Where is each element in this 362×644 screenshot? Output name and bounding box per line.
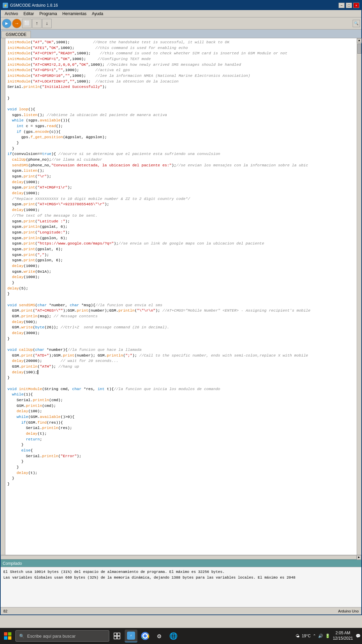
volume-icon: 🔊 [318, 634, 323, 638]
notification-icon[interactable]: 💬 [356, 634, 361, 638]
title-controls[interactable]: − □ × [339, 3, 359, 8]
taskbar-app-edge[interactable]: 🌐 [167, 630, 180, 642]
menu-editar[interactable]: Editar [21, 11, 37, 17]
compile-label: Compilado [3, 561, 22, 566]
menu-ayuda[interactable]: Ayuda [89, 11, 106, 17]
editor-container: initModule("AT","OK",1000); //Once the h… [1, 38, 361, 555]
scrollbar-left [1, 38, 5, 555]
open-button[interactable]: ↑ [32, 19, 42, 28]
scroll-up-arrow[interactable]: ▲ [357, 38, 362, 43]
application-window: ⚡ GSMCODE Arduino 1.8.16 − □ × Archivo E… [0, 0, 362, 615]
svg-rect-4 [114, 633, 117, 636]
svg-rect-7 [117, 636, 120, 639]
svg-rect-1 [8, 632, 11, 636]
cursor-line: 82 [3, 609, 7, 613]
svg-point-10 [143, 634, 147, 638]
toolbar: ▶ → ⬜ ↑ ↓ 🔍 [1, 17, 361, 30]
code-editor[interactable]: initModule("AT","OK",1000); //Once the h… [5, 38, 357, 555]
arduino-icon: ⚡ [127, 632, 135, 640]
menu-programa[interactable]: Programa [37, 11, 60, 17]
task-view-icon [114, 633, 120, 639]
menu-herramientas[interactable]: Herramientas [60, 11, 89, 17]
taskbar-right: 🌤 19°C ⌃ 🔊 🔋 2:05 AM 12/15/2021 💬 [296, 631, 361, 641]
settings-icon: ⚙ [157, 632, 161, 640]
horizontal-scroll-track[interactable] [1, 555, 357, 559]
menu-bar: Archivo Editar Programa Herramientas Ayu… [1, 10, 361, 17]
maximize-button[interactable]: □ [346, 3, 352, 8]
compile-status-bar: Compilado [1, 559, 361, 567]
scrollbar-right[interactable]: ▲ [357, 38, 361, 555]
console-output: El Sketch usa 10014 bytes (31%) del espa… [1, 567, 361, 607]
title-bar: ⚡ GSMCODE Arduino 1.8.16 − □ × [1, 1, 361, 10]
clock-time: 2:05 AM [333, 631, 353, 636]
board-name: Arduino Uno [338, 609, 359, 613]
title-bar-left: ⚡ GSMCODE Arduino 1.8.16 [3, 3, 58, 8]
tab-gsmcode[interactable]: GSMCODE [1, 31, 31, 38]
console-line-2: Las variables Globales usan 660 bytes (3… [3, 575, 359, 581]
upload-button[interactable]: → [12, 19, 21, 28]
save-button[interactable]: ↓ [42, 19, 52, 28]
search-box[interactable]: 🔍 Escribe aquí para buscar [15, 630, 109, 642]
status-bar: 82 Arduino Uno [1, 607, 361, 614]
scroll-thumb[interactable] [357, 44, 361, 54]
start-button[interactable] [1, 630, 14, 642]
taskbar: 🔍 Escribe aquí para buscar ⚡ ⚙ [0, 628, 362, 644]
console-line-1: El Sketch usa 10014 bytes (31%) del espa… [3, 569, 359, 575]
network-icon: ⌃ [313, 634, 316, 638]
taskbar-app-settings[interactable]: ⚙ [153, 630, 166, 642]
horizontal-scrollbar[interactable]: ▶ [1, 555, 361, 559]
verify-button[interactable]: ▶ [2, 19, 11, 28]
edge-icon: 🌐 [169, 632, 178, 640]
system-icons: 🌤 19°C ⌃ 🔊 🔋 [296, 634, 330, 638]
weather-icon: 🌤 [296, 634, 300, 638]
toolbar-right: 🔍 [353, 20, 360, 27]
svg-rect-5 [117, 633, 120, 636]
scroll-right-arrow[interactable]: ▶ [357, 555, 361, 560]
search-icon: 🔍 [19, 634, 24, 639]
svg-rect-2 [4, 636, 7, 640]
weather-temp: 19°C [302, 634, 311, 638]
window-title: GSMCODE Arduino 1.8.16 [10, 3, 58, 8]
minimize-button[interactable]: − [339, 3, 345, 8]
search-button[interactable]: 🔍 [353, 20, 360, 27]
svg-rect-0 [4, 632, 7, 636]
windows-logo-icon [4, 632, 12, 640]
svg-rect-3 [8, 636, 11, 640]
new-button[interactable]: ⬜ [22, 19, 32, 28]
taskbar-app-chrome[interactable] [139, 630, 152, 642]
close-button[interactable]: × [353, 3, 359, 8]
svg-rect-6 [114, 636, 117, 639]
task-view-button[interactable] [111, 630, 123, 642]
battery-icon: 🔋 [325, 634, 330, 638]
code-content: initModule("AT","OK",1000); //Once the h… [7, 40, 355, 487]
search-placeholder: Escribe aquí para buscar [27, 634, 76, 639]
menu-archivo[interactable]: Archivo [2, 11, 21, 17]
app-icon: ⚡ [3, 3, 8, 8]
clock-date: 12/15/2021 [333, 636, 353, 641]
clock[interactable]: 2:05 AM 12/15/2021 [333, 631, 353, 641]
chrome-icon [141, 632, 149, 640]
tab-bar: GSMCODE [1, 30, 361, 38]
taskbar-app-arduino[interactable]: ⚡ [125, 630, 137, 642]
